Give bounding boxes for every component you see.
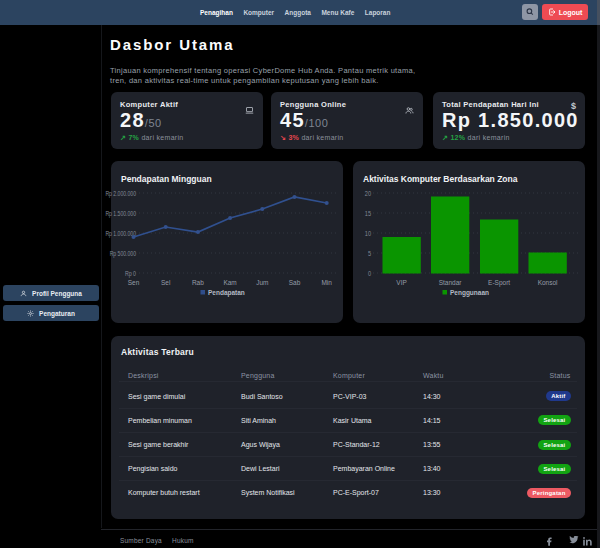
- svg-text:5: 5: [368, 249, 372, 257]
- svg-text:0: 0: [368, 269, 372, 277]
- svg-text:10: 10: [365, 229, 372, 237]
- svg-text:VIP: VIP: [396, 279, 406, 286]
- svg-text:Rp 500.000: Rp 500.000: [110, 249, 137, 257]
- svg-text:Kam: Kam: [223, 279, 236, 286]
- svg-text:Sab: Sab: [289, 279, 301, 286]
- svg-text:Pendapatan: Pendapatan: [208, 289, 245, 297]
- svg-text:Rp 1.500.000: Rp 1.500.000: [105, 209, 136, 217]
- svg-text:Min: Min: [321, 279, 332, 286]
- svg-text:Rp 0: Rp 0: [125, 269, 137, 277]
- svg-text:20: 20: [365, 189, 372, 197]
- svg-text:Rp 2.000.000: Rp 2.000.000: [105, 189, 136, 197]
- svg-text:Jum: Jum: [256, 279, 268, 286]
- svg-text:Rp 1.000.000: Rp 1.000.000: [105, 229, 136, 237]
- svg-text:Konsol: Konsol: [538, 279, 558, 286]
- svg-text:Sen: Sen: [128, 279, 140, 286]
- svg-text:Sel: Sel: [161, 279, 171, 286]
- svg-text:15: 15: [365, 209, 372, 217]
- svg-text:Standar: Standar: [439, 279, 463, 286]
- svg-text:Rab: Rab: [192, 279, 204, 286]
- svg-text:E-Sport: E-Sport: [488, 279, 510, 287]
- svg-text:Penggunaan: Penggunaan: [450, 289, 489, 297]
